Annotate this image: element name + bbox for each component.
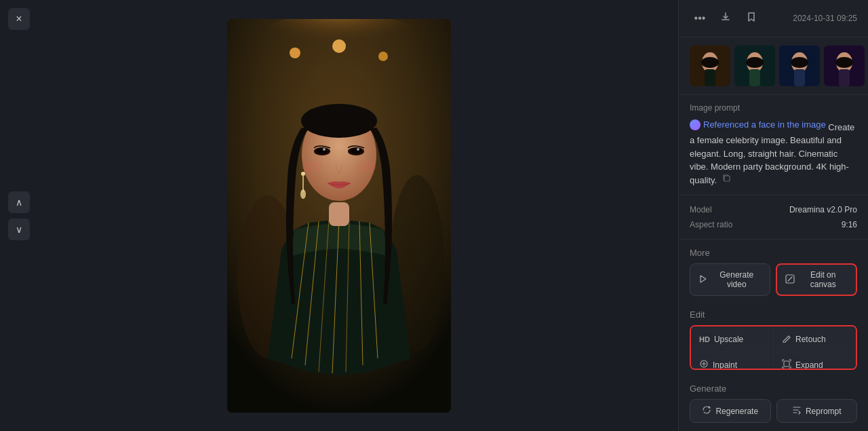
- meta-aspect-row: Aspect ratio 9:16: [690, 217, 857, 232]
- inpaint-button[interactable]: Inpaint: [691, 352, 773, 370]
- svg-point-23: [323, 148, 326, 151]
- svg-rect-33: [705, 69, 715, 86]
- right-panel: ••• 2024-10-31 09:25: [678, 0, 868, 431]
- close-button[interactable]: ×: [8, 8, 30, 30]
- edit-on-canvas-button[interactable]: Edit on canvas: [776, 263, 858, 296]
- aspect-value: 9:16: [842, 220, 857, 229]
- svg-rect-46: [724, 176, 730, 181]
- edit-grid: HD Upscale Retouch Inpaint: [691, 326, 856, 370]
- svg-point-5: [332, 39, 346, 53]
- generate-video-button[interactable]: Generate video: [690, 263, 770, 296]
- svg-point-32: [701, 57, 719, 68]
- generate-row: Regenerate Reprompt: [679, 399, 868, 431]
- svg-point-29: [356, 162, 376, 172]
- svg-point-28: [302, 162, 322, 172]
- regenerate-button[interactable]: Regenerate: [690, 399, 771, 423]
- svg-rect-45: [839, 69, 850, 86]
- retouch-button[interactable]: Retouch: [774, 326, 856, 352]
- hd-icon: HD: [699, 335, 710, 343]
- copy-icon[interactable]: [722, 174, 732, 183]
- prompt-label: Image prompt: [690, 103, 857, 113]
- svg-rect-16: [329, 202, 349, 226]
- bookmark-button[interactable]: [741, 8, 762, 29]
- svg-point-25: [301, 172, 305, 176]
- top-bar-actions: •••: [690, 8, 762, 29]
- svg-point-40: [791, 57, 808, 68]
- svg-rect-50: [784, 361, 789, 367]
- bookmark-icon: [746, 12, 757, 25]
- reprompt-icon: [792, 405, 802, 417]
- more-section-label: More: [679, 240, 868, 263]
- svg-point-21: [317, 148, 328, 153]
- prompt-body: Create a female celebrity image. Beautif…: [690, 122, 854, 185]
- aspect-label: Aspect ratio: [690, 220, 732, 229]
- left-panel: × ∧ ∨: [0, 0, 678, 431]
- reprompt-button[interactable]: Reprompt: [776, 399, 858, 423]
- prompt-reference: Referenced a face in the image: [690, 118, 826, 132]
- top-bar: ••• 2024-10-31 09:25: [679, 0, 868, 37]
- retouch-icon: [782, 333, 791, 345]
- svg-rect-41: [794, 69, 805, 86]
- main-image: [227, 19, 451, 413]
- meta-section: Model Dreamina v2.0 Pro Aspect ratio 9:1…: [679, 195, 868, 240]
- more-actions-row: Generate video Edit on canvas: [679, 263, 868, 301]
- thumbnail-2[interactable]: [734, 45, 775, 86]
- svg-point-24: [357, 148, 359, 151]
- svg-point-36: [746, 57, 764, 68]
- svg-point-18: [301, 104, 377, 138]
- timestamp: 2024-10-31 09:25: [793, 14, 857, 23]
- edit-section-label: Edit: [679, 301, 868, 325]
- thumbnail-3[interactable]: [779, 45, 820, 86]
- meta-model-row: Model Dreamina v2.0 Pro: [690, 202, 857, 217]
- svg-rect-37: [749, 69, 760, 86]
- inpaint-icon: [699, 359, 709, 370]
- download-icon: [720, 12, 731, 25]
- more-dots-icon: •••: [694, 12, 706, 24]
- nav-arrows: ∧ ∨: [8, 191, 30, 240]
- svg-point-27: [300, 189, 306, 199]
- edit-grid-container: HD Upscale Retouch Inpaint: [690, 325, 857, 370]
- thumbnails-row: [679, 37, 868, 95]
- more-options-button[interactable]: •••: [690, 8, 710, 29]
- model-value: Dreamina v2.0 Pro: [789, 205, 857, 214]
- svg-point-4: [290, 48, 300, 58]
- svg-marker-47: [701, 276, 706, 282]
- prompt-content: Referenced a face in the image Create a …: [690, 118, 857, 187]
- svg-point-22: [351, 148, 361, 153]
- download-button[interactable]: [715, 8, 736, 29]
- prompt-section: Image prompt Referenced a face in the im…: [679, 95, 868, 195]
- edit-canvas-icon: [785, 274, 795, 286]
- upscale-button[interactable]: HD Upscale: [691, 326, 773, 352]
- regenerate-icon: [702, 405, 711, 417]
- reference-icon: [690, 119, 701, 130]
- thumbnail-4[interactable]: [824, 45, 865, 86]
- expand-button[interactable]: Expand: [774, 352, 856, 370]
- thumbnail-1[interactable]: [690, 45, 730, 86]
- svg-point-44: [835, 57, 853, 68]
- model-label: Model: [690, 205, 712, 214]
- video-icon: [698, 274, 708, 286]
- nav-up-button[interactable]: ∧: [8, 191, 30, 213]
- nav-down-button[interactable]: ∨: [8, 219, 30, 240]
- generate-section-label: Generate: [679, 375, 868, 399]
- expand-icon: [782, 359, 791, 370]
- svg-point-6: [378, 52, 388, 61]
